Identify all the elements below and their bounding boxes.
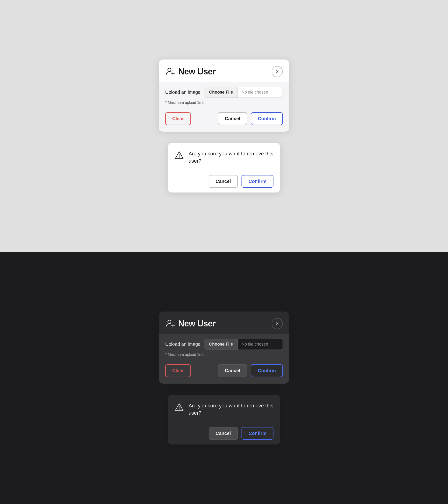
cancel-button-dark[interactable]: Cancel	[218, 364, 247, 377]
modal-header-left-light: New User	[165, 67, 215, 77]
svg-point-4	[179, 157, 180, 158]
svg-point-5	[168, 320, 171, 324]
warning-icon-light	[175, 151, 184, 160]
file-name-display-light: No file chosen	[238, 87, 283, 98]
user-add-icon-dark	[165, 319, 176, 329]
modal-header-dark: New User ×	[159, 311, 289, 334]
modal-body-dark: Upload an image Choose File No file chos…	[159, 334, 289, 384]
confirm-dialog-cancel-dark[interactable]: Cancel	[209, 427, 238, 440]
new-user-modal-light: New User × Upload an image Choose File N…	[159, 59, 289, 132]
confirm-dialog-confirm-dark[interactable]: Confirm	[241, 427, 273, 440]
confirm-dialog-body-dark: Are you sure you want to remove this use…	[168, 395, 280, 423]
max-upload-note-light: * Maximum upload 1mb	[165, 101, 283, 105]
confirm-dialog-body-light: Are you sure you want to remove this use…	[168, 143, 280, 171]
confirm-button-light[interactable]: Confirm	[251, 112, 283, 125]
upload-label-light: Upload an image	[165, 90, 200, 95]
modal-actions-light: Clear Cancel Confirm	[165, 110, 283, 125]
svg-point-0	[168, 68, 171, 72]
new-user-modal-dark: New User × Upload an image Choose File N…	[159, 311, 289, 384]
user-add-icon-light	[165, 67, 176, 77]
file-input-wrapper-light: Choose File No file chosen	[204, 87, 283, 98]
choose-file-button-dark[interactable]: Choose File	[204, 339, 238, 350]
confirm-remove-dialog-dark: Are you sure you want to remove this use…	[168, 395, 280, 445]
confirm-dialog-cancel-light[interactable]: Cancel	[209, 175, 238, 188]
close-button-light[interactable]: ×	[272, 66, 283, 77]
modal-header-left-dark: New User	[165, 319, 215, 329]
confirm-dialog-message-light: Are you sure you want to remove this use…	[189, 150, 273, 165]
upload-label-dark: Upload an image	[165, 342, 200, 347]
modal-body-light: Upload an image Choose File No file chos…	[159, 82, 289, 132]
modal-header-light: New User ×	[159, 59, 289, 82]
confirm-dialog-confirm-light[interactable]: Confirm	[241, 175, 273, 188]
file-name-display-dark: No file chosen	[238, 339, 283, 350]
confirm-dialog-actions-dark: Cancel Confirm	[168, 422, 280, 445]
modal-title-light: New User	[178, 67, 215, 76]
file-upload-row-dark: Upload an image Choose File No file chos…	[165, 339, 283, 350]
cancel-button-light[interactable]: Cancel	[218, 112, 247, 125]
warning-icon-dark	[175, 403, 184, 412]
clear-button-light[interactable]: Clear	[165, 112, 191, 125]
confirm-dialog-actions-light: Cancel Confirm	[168, 170, 280, 193]
modal-title-dark: New User	[178, 319, 215, 328]
choose-file-button-light[interactable]: Choose File	[204, 87, 238, 98]
close-button-dark[interactable]: ×	[272, 318, 283, 329]
confirm-dialog-message-dark: Are you sure you want to remove this use…	[189, 402, 273, 417]
dark-theme-section: New User × Upload an image Choose File N…	[0, 252, 448, 504]
svg-point-9	[179, 409, 180, 410]
file-upload-row-light: Upload an image Choose File No file chos…	[165, 87, 283, 98]
modal-actions-dark: Clear Cancel Confirm	[165, 362, 283, 377]
clear-button-dark[interactable]: Clear	[165, 364, 191, 377]
confirm-button-dark[interactable]: Confirm	[251, 364, 283, 377]
confirm-remove-dialog-light: Are you sure you want to remove this use…	[168, 143, 280, 193]
light-theme-section: New User × Upload an image Choose File N…	[0, 0, 448, 252]
max-upload-note-dark: * Maximum upload 1mb	[165, 353, 283, 357]
file-input-wrapper-dark: Choose File No file chosen	[204, 339, 283, 350]
